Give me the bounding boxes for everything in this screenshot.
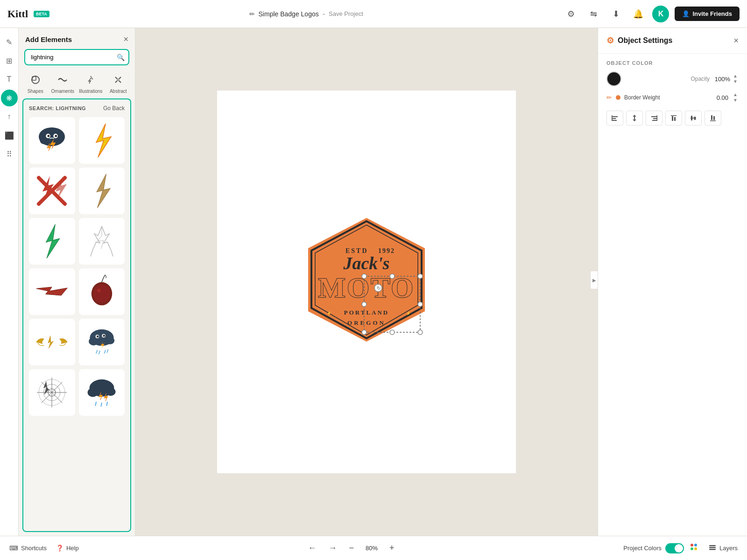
zoom-out-button[interactable]: − [345,541,358,555]
right-panel-collapse-handle[interactable]: ▶ [590,271,598,289]
panel-header: Add Elements × [19,28,135,49]
more-tools-button[interactable]: ⠿ [1,146,18,162]
svg-rect-79 [612,115,613,121]
lightning-result-12[interactable] [79,369,125,416]
lightning-result-4[interactable] [79,168,125,214]
lightning-result-7[interactable] [29,268,75,315]
svg-rect-83 [652,120,657,121]
svg-rect-86 [674,117,676,121]
svg-point-0 [32,76,39,84]
download-button[interactable]: ⬇ [607,6,624,22]
color-palette-button[interactable] [688,542,701,554]
invite-friends-button[interactable]: 👤 Invite Friends [675,7,740,21]
object-settings-close-button[interactable]: × [733,36,739,46]
svg-point-12 [55,135,57,137]
lightning-result-11[interactable] [29,369,75,416]
arrow-right-button[interactable]: → [324,541,340,555]
search-label: SEARCH: LIGHTNING [29,105,86,111]
badge-element[interactable]: ESTD 1992 Jack's MOTO ⚡ PORTLAND ⚡ OREGO… [292,211,441,353]
upload-tool-button[interactable]: ↑ [1,108,18,125]
svg-point-47 [87,388,98,397]
svg-line-37 [104,350,105,353]
border-increment[interactable]: ▲ [732,92,739,98]
svg-rect-84 [657,115,658,121]
svg-line-51 [95,402,96,406]
lightning-result-5[interactable] [29,218,75,265]
svg-rect-80 [634,115,635,121]
settings-panel-icon: ⚙ [606,35,614,46]
align-bottom-button[interactable] [705,111,721,126]
grid-tool-button[interactable]: ⊞ [1,52,18,69]
align-left-button[interactable] [606,111,623,126]
lightning-result-1[interactable] [29,117,75,164]
svg-point-29 [106,337,114,344]
lightning-result-2[interactable] [79,117,125,164]
shapes-tab[interactable]: Shapes [22,72,48,97]
photo-tool-button[interactable]: ⬛ [1,127,18,144]
align-vertical-center-button[interactable] [685,111,702,126]
shortcuts-button[interactable]: ⌨ Shortcuts [9,545,47,552]
opacity-control: Opacity 100% ▲ ▼ [691,73,739,84]
opacity-decrement[interactable]: ▼ [732,79,739,84]
edit-tool-button[interactable]: ✎ [1,34,18,50]
svg-text:MOTO: MOTO [318,272,415,303]
abstract-tab[interactable]: Abstract [106,72,131,97]
opacity-increment[interactable]: ▲ [732,73,739,79]
svg-rect-76 [612,116,618,117]
svg-text:OREGON: OREGON [347,319,386,326]
bottom-bar: ⌨ Shortcuts ❓ Help ← → − 80% + Project C… [0,536,747,560]
project-colors-label: Project Colors [623,545,662,552]
svg-rect-93 [710,120,716,121]
lightning-result-3[interactable] [29,168,75,214]
opacity-spinner[interactable]: ▲ ▼ [732,73,739,84]
category-tabs: Shapes Ornaments Illustrations Abstract [19,70,135,98]
svg-point-32 [97,336,99,337]
help-button[interactable]: ❓ Help [56,545,79,552]
layers-button[interactable]: Layers [708,543,738,553]
arrow-left-button[interactable]: ← [304,541,320,555]
align-right-button[interactable] [646,111,662,126]
ornaments-tab[interactable]: Ornaments [49,72,76,97]
settings-button[interactable]: ⚙ [563,6,579,22]
top-navigation: Kittl BETA ✏ Simple Badge Logos - Save P… [0,0,747,28]
search-results-panel: SEARCH: LIGHTNING Go Back [22,98,131,532]
search-icon: 🔍 [117,54,125,61]
panel-close-button[interactable]: × [123,35,128,44]
project-colors-toggle[interactable] [665,543,684,553]
search-input[interactable] [24,49,129,65]
border-spinner[interactable]: ▲ ▼ [732,92,739,103]
shapes-label: Shapes [28,89,43,94]
align-horizontal-center-button[interactable] [626,111,643,126]
zoom-in-button[interactable]: + [386,541,398,555]
text-tool-button[interactable]: T [1,71,18,88]
project-title: Simple Badge Logos [259,10,319,18]
border-decrement[interactable]: ▼ [732,98,739,103]
zoom-controls: ← → − 80% + [304,541,398,555]
illustrations-icon [85,75,96,87]
save-project-link[interactable]: Save Project [329,10,363,17]
project-colors-area: Project Colors [623,542,701,554]
svg-point-11 [48,135,50,137]
go-back-button[interactable]: Go Back [103,105,125,112]
lightning-result-10[interactable] [79,319,125,365]
svg-point-97 [694,547,697,550]
lightning-result-8[interactable] [79,268,125,315]
svg-marker-21 [46,224,60,259]
illustrations-tab[interactable]: Illustrations [77,72,105,97]
nav-center: ✏ Simple Badge Logos - Save Project [249,10,363,18]
elements-tool-button[interactable]: ❋ [1,90,18,106]
canvas-background[interactable]: ESTD 1992 Jack's MOTO ⚡ PORTLAND ⚡ OREGO… [217,91,516,473]
lightning-result-9[interactable] [29,319,75,365]
collapse-arrow-icon: ▶ [592,278,596,283]
pencil-border-icon: ✏ [606,94,612,101]
share-button[interactable]: ⇋ [585,6,602,22]
align-top-button[interactable] [665,111,682,126]
svg-line-38 [107,350,108,352]
layers-icon [708,543,717,553]
notification-button[interactable]: 🔔 [630,6,647,22]
user-avatar[interactable]: K [652,6,669,22]
color-swatch[interactable] [606,71,621,86]
svg-line-53 [106,402,107,406]
search-header: SEARCH: LIGHTNING Go Back [27,101,127,115]
lightning-result-6[interactable] [79,218,125,265]
